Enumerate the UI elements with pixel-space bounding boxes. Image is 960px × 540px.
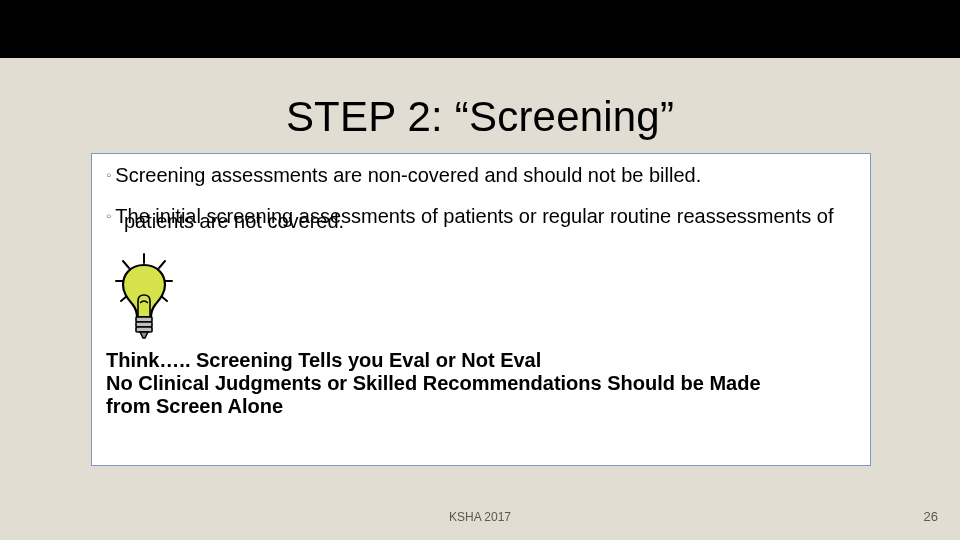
top-black-bar <box>0 0 960 58</box>
svg-rect-9 <box>136 327 152 332</box>
think-line-3: from Screen Alone <box>106 395 856 418</box>
bullet-mark: ◦ <box>106 207 111 224</box>
think-line-2: No Clinical Judgments or Skilled Recomme… <box>106 372 856 395</box>
bullet-2-text-b: patients are not covered. <box>124 210 344 232</box>
page-number: 26 <box>924 509 938 524</box>
bullet-1: ◦Screening assessments are non-covered a… <box>106 164 856 187</box>
bullet-mark: ◦ <box>106 166 111 183</box>
svg-line-1 <box>123 261 129 268</box>
think-block: Think….. Screening Tells you Eval or Not… <box>106 349 856 418</box>
footer-center-text: KSHA 2017 <box>0 510 960 524</box>
slide-title: STEP 2: “Screening” <box>0 93 960 141</box>
think-line-1: Think….. Screening Tells you Eval or Not… <box>106 349 856 372</box>
lightbulb-icon <box>110 251 856 341</box>
content-panel: ◦Screening assessments are non-covered a… <box>91 153 871 466</box>
bullet-1-text: Screening assessments are non-covered an… <box>115 164 701 186</box>
svg-line-2 <box>159 261 165 268</box>
